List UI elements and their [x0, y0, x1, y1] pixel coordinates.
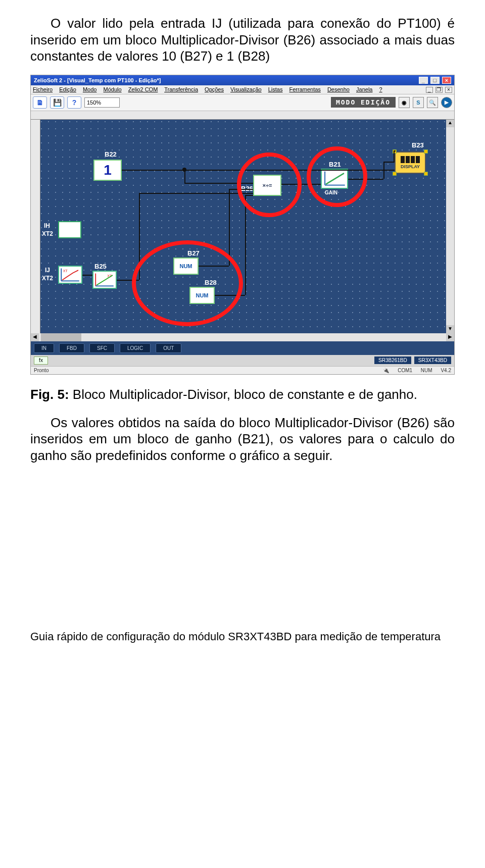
tab-fbd[interactable]: FBD: [59, 343, 84, 353]
magnifier-button[interactable]: 🔍: [427, 97, 438, 108]
menu-listas[interactable]: Listas: [268, 86, 283, 92]
wire: [229, 189, 253, 190]
toolbar-knob-icon[interactable]: ◉: [399, 97, 410, 108]
fbd-canvas[interactable]: IH XT2 IJ XT2 XT B22 1 B25 XT B27 NUM B2…: [31, 111, 454, 333]
fx-button[interactable]: fx: [34, 356, 48, 365]
close-button[interactable]: ×: [442, 77, 451, 84]
save-button[interactable]: 💾: [50, 96, 64, 109]
intro-paragraph-2: Os valores obtidos na saída do bloco Mul…: [30, 415, 455, 464]
function-row: fx SR3B261BD SR3XT43BD: [31, 355, 454, 366]
wire: [215, 295, 245, 296]
wire: [122, 170, 395, 171]
scroll-track[interactable]: [39, 333, 446, 341]
port-ij-graph-icon[interactable]: XT: [58, 266, 82, 284]
module-badge-1: SR3B261BD: [374, 356, 411, 364]
mode-indicator: MODO EDIÇÃO: [331, 97, 396, 108]
port-xt2a-label: XT2: [42, 230, 53, 237]
module-badge-2: SR3XT43BD: [414, 356, 451, 364]
wire: [245, 195, 253, 196]
scroll-thumb[interactable]: [41, 333, 81, 341]
horizontal-scrollbar[interactable]: ◀ ▶: [31, 333, 454, 341]
port-ih-label: IH: [44, 222, 50, 229]
run-button[interactable]: ▶: [441, 97, 452, 108]
help-button[interactable]: ?: [67, 96, 81, 109]
s-button[interactable]: S: [413, 97, 424, 108]
minimize-button[interactable]: _: [419, 77, 428, 84]
scroll-right-button[interactable]: ▶: [446, 333, 454, 341]
block-b26-muldiv[interactable]: ×÷=: [253, 175, 281, 196]
wire: [394, 150, 395, 162]
status-bar: Pronto 🔌COM1 NUM V4.2: [31, 366, 454, 374]
menu-ficheiro[interactable]: Ficheiro: [33, 86, 53, 92]
wire: [117, 280, 139, 281]
menu-visualizacao[interactable]: Visualização: [230, 86, 262, 92]
b26-text: ×÷=: [263, 182, 272, 188]
menu-modo[interactable]: Modo: [83, 86, 97, 92]
block-b27-num[interactable]: NUM: [173, 258, 199, 275]
vertical-scrollbar[interactable]: ▲ ▼: [446, 119, 454, 333]
wire: [383, 162, 384, 179]
toolbar: 🗎 💾 ? 150% MODO EDIÇÃO ◉ S 🔍 ▶: [31, 94, 454, 111]
block-b25[interactable]: XT: [92, 271, 117, 289]
figure-text: Bloco Multiplicador-Divisor, bloco de co…: [69, 387, 417, 402]
port-ih-box[interactable]: [58, 221, 81, 238]
wire: [139, 193, 140, 280]
scroll-up-button[interactable]: ▲: [446, 119, 454, 127]
display-bars-icon: [401, 156, 420, 163]
b25-label: B25: [94, 263, 107, 270]
mdi-restore[interactable]: ❐: [435, 87, 443, 93]
maximize-button[interactable]: □: [430, 77, 440, 84]
menu-bar: Ficheiro Edição Modo Módulo Zelio2 COM T…: [31, 85, 454, 94]
com-port-icon: 🔌: [383, 368, 389, 373]
figure-label: Fig. 5:: [30, 387, 69, 402]
menu-items: Ficheiro Edição Modo Módulo Zelio2 COM T…: [33, 86, 387, 93]
tab-in[interactable]: IN: [34, 343, 54, 353]
status-com: COM1: [398, 368, 412, 373]
wire: [82, 275, 92, 276]
window-title: ZelioSoft 2 - [Visual_Temp com PT100 - E…: [34, 77, 161, 83]
menu-help[interactable]: ?: [379, 86, 382, 92]
scroll-down-button[interactable]: ▼: [446, 325, 454, 333]
wire: [184, 170, 185, 183]
block-b28-num[interactable]: NUM: [189, 287, 215, 304]
new-file-button[interactable]: 🗎: [33, 96, 47, 109]
status-num: NUM: [421, 368, 432, 373]
menu-opcoes[interactable]: Opções: [205, 86, 224, 92]
menu-ferramentas[interactable]: Ferramentas: [289, 86, 321, 92]
bottom-tabbar: IN FBD SFC LOGIC OUT: [31, 341, 454, 355]
wire: [139, 193, 253, 194]
wire: [348, 179, 383, 180]
mdi-minimize[interactable]: _: [426, 87, 433, 93]
status-left: Pronto: [34, 368, 48, 373]
menu-zelio2com[interactable]: Zelio2 COM: [128, 86, 158, 92]
b27-text: NUM: [179, 263, 192, 269]
menu-modulo[interactable]: Módulo: [103, 86, 121, 92]
menu-janela[interactable]: Janela: [356, 86, 372, 92]
wire: [184, 183, 253, 184]
mdi-controls: _ ❐ ×: [425, 86, 452, 93]
b22-label: B22: [105, 150, 117, 158]
intro-paragraph-1: O valor lido pela entrada IJ (utilizada …: [30, 15, 455, 65]
tab-sfc[interactable]: SFC: [89, 343, 115, 353]
status-version: V4.2: [441, 368, 451, 373]
block-b22-constant-1[interactable]: 1: [93, 160, 122, 181]
b21-label: B21: [329, 161, 341, 168]
wire: [245, 195, 246, 295]
menu-transferencia[interactable]: Transferência: [164, 86, 198, 92]
zoom-select[interactable]: 150%: [84, 97, 120, 108]
menu-edicao[interactable]: Edição: [59, 86, 76, 92]
tab-logic[interactable]: LOGIC: [120, 343, 151, 353]
window-controls: _ □ ×: [418, 77, 451, 84]
wire: [281, 184, 321, 185]
block-b23-display[interactable]: DISPLAY: [395, 151, 426, 174]
wire: [199, 266, 229, 267]
zelio-screenshot: ZelioSoft 2 - [Visual_Temp com PT100 - E…: [30, 75, 455, 375]
figure-caption: Fig. 5: Bloco Multiplicador-Divisor, blo…: [30, 387, 455, 402]
menu-desenho[interactable]: Desenho: [327, 86, 350, 92]
mdi-close[interactable]: ×: [445, 87, 452, 93]
tab-out[interactable]: OUT: [156, 343, 181, 353]
block-b21-gain[interactable]: [321, 169, 348, 189]
scroll-left-button[interactable]: ◀: [31, 333, 39, 341]
port-ij-label: IJ: [45, 267, 50, 274]
b28-text: NUM: [196, 292, 208, 298]
